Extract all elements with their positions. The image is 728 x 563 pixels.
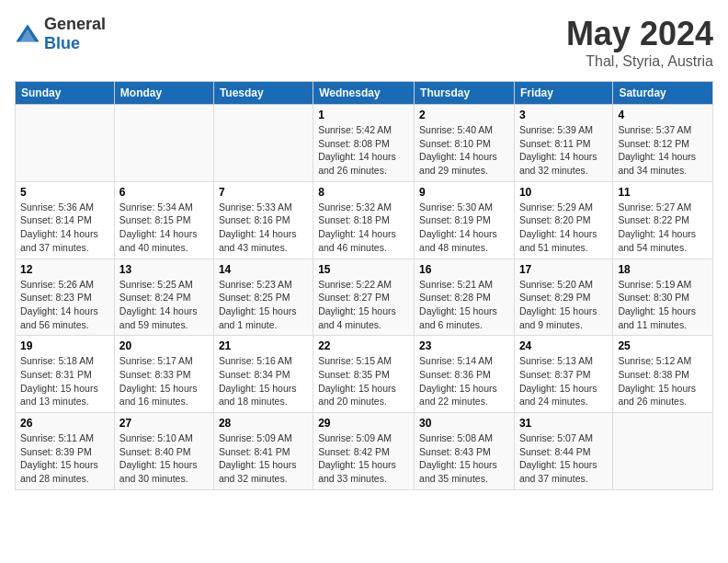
calendar-cell: 15Sunrise: 5:22 AM Sunset: 8:27 PM Dayli…	[313, 259, 415, 336]
day-info: Sunrise: 5:14 AM Sunset: 8:36 PM Dayligh…	[419, 354, 509, 408]
calendar-cell: 23Sunrise: 5:14 AM Sunset: 8:36 PM Dayli…	[415, 336, 515, 413]
calendar-cell: 14Sunrise: 5:23 AM Sunset: 8:25 PM Dayli…	[213, 259, 313, 336]
calendar-cell: 9Sunrise: 5:30 AM Sunset: 8:19 PM Daylig…	[415, 181, 515, 259]
day-info: Sunrise: 5:33 AM Sunset: 8:16 PM Dayligh…	[219, 201, 308, 255]
calendar-table: SundayMondayTuesdayWednesdayThursdayFrid…	[15, 81, 713, 490]
day-info: Sunrise: 5:32 AM Sunset: 8:18 PM Dayligh…	[318, 201, 409, 255]
day-number: 18	[618, 263, 708, 276]
calendar-cell: 16Sunrise: 5:21 AM Sunset: 8:28 PM Dayli…	[415, 259, 515, 336]
calendar-cell: 3Sunrise: 5:39 AM Sunset: 8:11 PM Daylig…	[514, 105, 612, 182]
day-number: 14	[219, 263, 308, 276]
main-title: May 2024	[566, 15, 713, 53]
day-info: Sunrise: 5:26 AM Sunset: 8:23 PM Dayligh…	[20, 278, 109, 332]
day-info: Sunrise: 5:42 AM Sunset: 8:08 PM Dayligh…	[318, 123, 409, 178]
calendar-cell: 25Sunrise: 5:12 AM Sunset: 8:38 PM Dayli…	[613, 336, 713, 413]
day-number: 16	[419, 263, 509, 276]
day-number: 19	[20, 339, 109, 352]
calendar-cell: 5Sunrise: 5:36 AM Sunset: 8:14 PM Daylig…	[16, 181, 115, 259]
day-number: 23	[419, 339, 509, 352]
subtitle: Thal, Styria, Austria	[566, 53, 713, 70]
calendar-cell	[114, 105, 213, 182]
calendar-cell: 31Sunrise: 5:07 AM Sunset: 8:44 PM Dayli…	[514, 413, 612, 490]
day-number: 3	[519, 109, 608, 121]
calendar-cell	[613, 413, 713, 490]
day-number: 6	[119, 186, 209, 199]
logo: General Blue	[15, 15, 106, 53]
day-info: Sunrise: 5:08 AM Sunset: 8:43 PM Dayligh…	[419, 431, 509, 486]
weekday-header-cell: Wednesday	[313, 82, 415, 105]
day-info: Sunrise: 5:40 AM Sunset: 8:10 PM Dayligh…	[419, 123, 509, 178]
day-number: 13	[119, 263, 209, 276]
day-info: Sunrise: 5:19 AM Sunset: 8:30 PM Dayligh…	[618, 278, 708, 332]
calendar-cell: 22Sunrise: 5:15 AM Sunset: 8:35 PM Dayli…	[313, 336, 415, 413]
day-number: 10	[519, 186, 608, 199]
calendar-cell: 11Sunrise: 5:27 AM Sunset: 8:22 PM Dayli…	[613, 181, 713, 259]
day-number: 30	[419, 417, 509, 430]
calendar-cell: 29Sunrise: 5:09 AM Sunset: 8:42 PM Dayli…	[313, 413, 415, 490]
day-number: 2	[419, 109, 509, 121]
day-number: 7	[219, 186, 308, 199]
day-info: Sunrise: 5:29 AM Sunset: 8:20 PM Dayligh…	[519, 201, 608, 255]
day-number: 28	[219, 417, 308, 430]
day-info: Sunrise: 5:09 AM Sunset: 8:41 PM Dayligh…	[219, 431, 308, 486]
calendar-cell: 6Sunrise: 5:34 AM Sunset: 8:15 PM Daylig…	[114, 181, 213, 259]
day-number: 26	[20, 417, 109, 430]
day-info: Sunrise: 5:16 AM Sunset: 8:34 PM Dayligh…	[219, 354, 308, 408]
day-info: Sunrise: 5:21 AM Sunset: 8:28 PM Dayligh…	[419, 278, 509, 332]
day-info: Sunrise: 5:36 AM Sunset: 8:14 PM Dayligh…	[20, 201, 109, 255]
day-number: 25	[618, 339, 708, 352]
calendar-cell: 4Sunrise: 5:37 AM Sunset: 8:12 PM Daylig…	[613, 105, 713, 182]
day-info: Sunrise: 5:12 AM Sunset: 8:38 PM Dayligh…	[618, 354, 708, 408]
day-info: Sunrise: 5:37 AM Sunset: 8:12 PM Dayligh…	[618, 123, 708, 178]
day-info: Sunrise: 5:11 AM Sunset: 8:39 PM Dayligh…	[20, 431, 109, 486]
day-info: Sunrise: 5:07 AM Sunset: 8:44 PM Dayligh…	[519, 431, 608, 486]
day-number: 21	[219, 339, 308, 352]
day-info: Sunrise: 5:30 AM Sunset: 8:19 PM Dayligh…	[419, 201, 509, 255]
page-header: General Blue May 2024 Thal, Styria, Aust…	[15, 15, 713, 70]
weekday-header-cell: Thursday	[415, 82, 515, 105]
weekday-header-cell: Sunday	[16, 82, 115, 105]
day-info: Sunrise: 5:25 AM Sunset: 8:24 PM Dayligh…	[119, 278, 209, 332]
title-block: May 2024 Thal, Styria, Austria	[566, 15, 713, 70]
calendar-cell	[213, 105, 313, 182]
calendar-cell: 26Sunrise: 5:11 AM Sunset: 8:39 PM Dayli…	[16, 413, 115, 490]
day-number: 31	[519, 417, 608, 430]
day-number: 5	[20, 186, 109, 199]
day-info: Sunrise: 5:09 AM Sunset: 8:42 PM Dayligh…	[318, 431, 409, 486]
calendar-cell: 12Sunrise: 5:26 AM Sunset: 8:23 PM Dayli…	[16, 259, 115, 336]
day-info: Sunrise: 5:18 AM Sunset: 8:31 PM Dayligh…	[20, 354, 109, 408]
day-info: Sunrise: 5:34 AM Sunset: 8:15 PM Dayligh…	[119, 201, 209, 255]
day-info: Sunrise: 5:20 AM Sunset: 8:29 PM Dayligh…	[519, 278, 608, 332]
calendar-week-row: 5Sunrise: 5:36 AM Sunset: 8:14 PM Daylig…	[16, 181, 713, 259]
day-number: 9	[419, 186, 509, 199]
calendar-week-row: 12Sunrise: 5:26 AM Sunset: 8:23 PM Dayli…	[16, 259, 713, 336]
day-number: 8	[318, 186, 409, 199]
calendar-cell: 27Sunrise: 5:10 AM Sunset: 8:40 PM Dayli…	[114, 413, 213, 490]
calendar-cell: 7Sunrise: 5:33 AM Sunset: 8:16 PM Daylig…	[213, 181, 313, 259]
day-number: 20	[119, 339, 209, 352]
day-info: Sunrise: 5:15 AM Sunset: 8:35 PM Dayligh…	[318, 354, 409, 408]
day-number: 27	[119, 417, 209, 430]
calendar-body: 1Sunrise: 5:42 AM Sunset: 8:08 PM Daylig…	[16, 105, 713, 490]
calendar-week-row: 19Sunrise: 5:18 AM Sunset: 8:31 PM Dayli…	[16, 336, 713, 413]
calendar-cell: 17Sunrise: 5:20 AM Sunset: 8:29 PM Dayli…	[514, 259, 612, 336]
calendar-cell: 2Sunrise: 5:40 AM Sunset: 8:10 PM Daylig…	[415, 105, 515, 182]
day-number: 4	[618, 109, 708, 121]
calendar-cell: 24Sunrise: 5:13 AM Sunset: 8:37 PM Dayli…	[514, 336, 612, 413]
weekday-header-cell: Tuesday	[213, 82, 313, 105]
calendar-cell: 18Sunrise: 5:19 AM Sunset: 8:30 PM Dayli…	[613, 259, 713, 336]
weekday-header-row: SundayMondayTuesdayWednesdayThursdayFrid…	[16, 82, 713, 105]
calendar-week-row: 1Sunrise: 5:42 AM Sunset: 8:08 PM Daylig…	[16, 105, 713, 182]
calendar-cell: 8Sunrise: 5:32 AM Sunset: 8:18 PM Daylig…	[313, 181, 415, 259]
day-number: 22	[318, 339, 409, 352]
calendar-cell	[16, 105, 115, 182]
weekday-header-cell: Monday	[114, 82, 213, 105]
calendar-cell: 19Sunrise: 5:18 AM Sunset: 8:31 PM Dayli…	[16, 336, 115, 413]
calendar-cell: 21Sunrise: 5:16 AM Sunset: 8:34 PM Dayli…	[213, 336, 313, 413]
day-info: Sunrise: 5:10 AM Sunset: 8:40 PM Dayligh…	[119, 431, 209, 486]
logo-text-general: General	[44, 15, 106, 33]
day-info: Sunrise: 5:13 AM Sunset: 8:37 PM Dayligh…	[519, 354, 608, 408]
day-info: Sunrise: 5:17 AM Sunset: 8:33 PM Dayligh…	[119, 354, 209, 408]
logo-text-blue: Blue	[44, 34, 80, 52]
day-info: Sunrise: 5:39 AM Sunset: 8:11 PM Dayligh…	[519, 123, 608, 178]
